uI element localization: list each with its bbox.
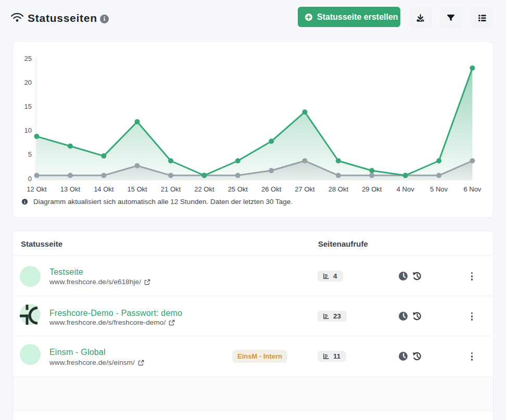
svg-text:29 Okt: 29 Okt xyxy=(362,185,382,193)
svg-text:20: 20 xyxy=(24,79,32,86)
svg-text:15 Okt: 15 Okt xyxy=(127,185,147,193)
svg-text:4 Nov: 4 Nov xyxy=(397,185,414,193)
svg-text:26 Okt: 26 Okt xyxy=(261,185,282,193)
svg-text:13 Okt: 13 Okt xyxy=(60,185,81,193)
svg-text:22 Okt: 22 Okt xyxy=(194,185,214,193)
svg-text:27 Okt: 27 Okt xyxy=(295,185,315,193)
svg-text:5 Nov: 5 Nov xyxy=(430,185,448,193)
svg-text:10: 10 xyxy=(24,126,32,134)
svg-text:14 Okt: 14 Okt xyxy=(94,185,114,193)
svg-text:15: 15 xyxy=(24,103,32,110)
svg-text:0: 0 xyxy=(28,175,32,183)
svg-text:12 Okt: 12 Okt xyxy=(27,185,47,193)
svg-text:6 Nov: 6 Nov xyxy=(463,185,481,193)
svg-text:28 Okt: 28 Okt xyxy=(328,185,349,193)
svg-text:5: 5 xyxy=(28,150,32,158)
svg-text:21 Okt: 21 Okt xyxy=(161,185,181,193)
svg-text:25: 25 xyxy=(24,55,32,62)
svg-text:25 Okt: 25 Okt xyxy=(228,185,248,193)
svg-text:Diagramm aktualisiert sich aut: Diagramm aktualisiert sich automatisch a… xyxy=(33,198,293,206)
